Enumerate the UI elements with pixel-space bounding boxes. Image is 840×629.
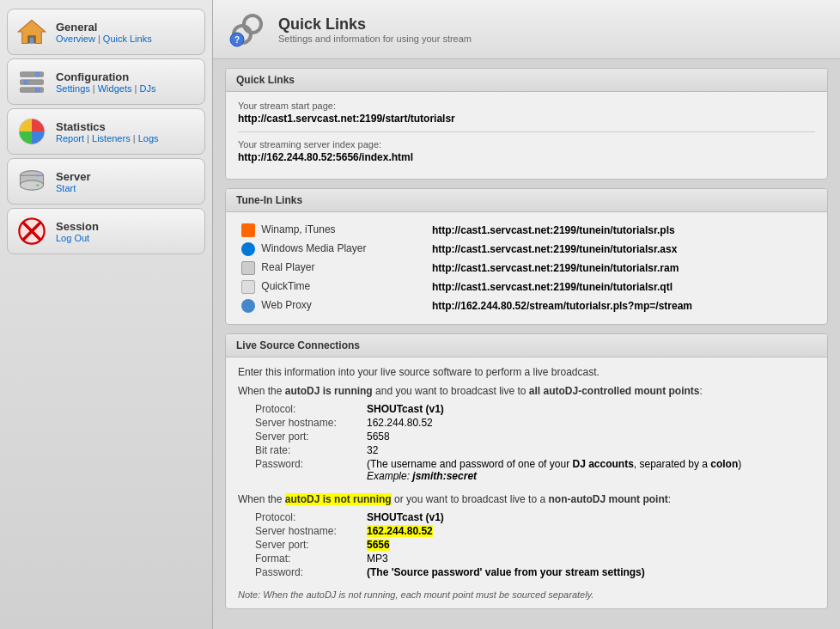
autodj-password-label: Password: [255,457,367,483]
no-autodj-format-row: Format: MP3 [255,552,650,565]
server-title: Server [56,170,90,183]
page-title: Quick Links [278,15,472,34]
svg-rect-3 [21,72,44,77]
general-links[interactable]: Overview | Quick Links [56,34,152,44]
widgets-link[interactable]: Widgets [98,83,132,94]
sidebar-item-general[interactable]: General Overview | Quick Links [7,9,205,55]
tunein-row-webproxy: Web Proxy http://162.244.80.52/stream/tu… [238,296,815,315]
no-autodj-format-value: MP3 [367,552,650,565]
tunein-panel-body: Winamp, iTunes http://cast1.servcast.net… [226,212,827,324]
no-autodj-password-row: Password: (The 'Source password' value f… [255,565,650,579]
sidebar-item-session[interactable]: Session Log Out [7,208,205,254]
tunein-url-0[interactable]: http://cast1.servcast.net:2199/tunein/tu… [429,221,815,240]
autodj-protocol-label: Protocol: [255,402,367,416]
header-text-block: Quick Links Settings and information for… [278,15,472,44]
djs-link[interactable]: DJs [139,83,155,94]
autodj-protocol-row: Protocol: SHOUTcast (v1) [255,402,746,416]
no-autodj-password-label: Password: [255,565,367,579]
sidebar-item-server[interactable]: Server Start [7,158,205,205]
tunein-player-2: Real Player [238,259,429,278]
svg-point-12 [21,180,44,190]
autodj-hostname-row: Server hostname: 162.244.80.52 [255,416,746,430]
autodj-password-value: (The username and password of one of you… [367,457,746,483]
tunein-panel-header: Tune-In Links [226,189,827,212]
logs-link[interactable]: Logs [138,133,159,144]
tunein-panel: Tune-In Links Winamp, iTunes http://cast… [225,188,828,325]
svg-rect-4 [21,80,44,85]
autodj-running-highlight: autoDJ is running [285,385,373,397]
autodj-not-running-highlight: autoDJ is not running [285,493,392,505]
quick-links-panel-body: Your stream start page: http://cast1.ser… [226,92,827,179]
stream-start-row: Your stream start page: http://cast1.ser… [238,101,815,125]
no-autodj-hostname-row: Server hostname: 162.244.80.52 [255,524,650,538]
content-area: Quick Links Your stream start page: http… [213,59,840,629]
listeners-link[interactable]: Listeners [92,133,131,144]
house-icon [16,16,47,47]
statistics-title: Statistics [56,120,159,133]
page-subtitle: Settings and information for using your … [278,34,472,44]
logout-link[interactable]: Log Out [56,233,89,243]
autodj-mount-points: all autoDJ-controlled mount points [529,385,700,397]
server-index-url[interactable]: http://162.244.80.52:5656/index.html [238,151,815,163]
general-section-text: General Overview | Quick Links [56,21,152,44]
svg-point-7 [24,80,28,84]
configuration-title: Configuration [56,70,155,83]
divider-1 [238,131,815,132]
tunein-player-0: Winamp, iTunes [238,221,429,240]
start-link[interactable]: Start [56,183,76,193]
autodj-bitrate-row: Bit rate: 32 [255,443,746,457]
server-icon [16,166,47,197]
tunein-table: Winamp, iTunes http://cast1.servcast.net… [238,221,815,315]
not-running-before: When the [238,493,285,505]
not-running-after: or you want to broadcast live to a [392,493,549,505]
statistics-links[interactable]: Report | Listeners | Logs [56,133,159,144]
statistics-section-text: Statistics Report | Listeners | Logs [56,120,159,144]
svg-text:?: ? [234,35,240,45]
session-links[interactable]: Log Out [56,233,99,243]
autodj-not-running-section: When the autoDJ is not running or you wa… [238,493,815,579]
tunein-player-1: Windows Media Player [238,240,429,259]
autodj-running-section: When the autoDJ is running and you want … [238,385,815,483]
autodj-running-intro: When the autoDJ is running and you want … [238,385,815,397]
tunein-row-winamp: Winamp, iTunes http://cast1.servcast.net… [238,221,815,240]
report-link[interactable]: Report [56,133,84,144]
sidebar-item-statistics[interactable]: Statistics Report | Listeners | Logs [7,108,205,155]
svg-point-13 [36,174,40,176]
general-overview-link[interactable]: Overview [56,34,95,44]
tunein-url-2[interactable]: http://cast1.servcast.net:2199/tunein/tu… [429,259,815,278]
sidebar: General Overview | Quick Links Configura… [0,0,213,629]
stream-start-label: Your stream start page: [238,101,815,111]
sidebar-item-configuration[interactable]: Configuration Settings | Widgets | DJs [7,58,205,105]
autodj-running-before: When the [238,385,285,397]
live-source-intro: Enter this information into your live so… [238,366,815,378]
quick-links-panel-header: Quick Links [226,69,827,92]
settings-link[interactable]: Settings [56,83,90,94]
session-icon [16,216,47,247]
configuration-icon [16,66,47,97]
tunein-row-wmp: Windows Media Player http://cast1.servca… [238,240,815,259]
autodj-hostname-value: 162.244.80.52 [367,416,746,430]
stream-start-url[interactable]: http://cast1.servcast.net:2199/start/tut… [238,113,815,125]
tunein-url-3[interactable]: http://cast1.servcast.net:2199/tunein/tu… [429,278,815,296]
tunein-url-1[interactable]: http://cast1.servcast.net:2199/tunein/tu… [429,240,815,259]
configuration-links[interactable]: Settings | Widgets | DJs [56,83,155,94]
no-autodj-port-row: Server port: 5656 [255,538,650,552]
no-autodj-protocol-value: SHOUTcast (v1) [367,510,650,524]
no-autodj-hostname-value: 162.244.80.52 [367,524,650,538]
webproxy-icon [241,299,255,313]
wmp-icon [241,242,255,256]
autodj-running-table: Protocol: SHOUTcast (v1) Server hostname… [255,402,746,483]
configuration-section-text: Configuration Settings | Widgets | DJs [56,70,155,94]
autodj-not-running-table: Protocol: SHOUTcast (v1) Server hostname… [255,510,650,579]
server-links[interactable]: Start [56,183,90,193]
tunein-url-4[interactable]: http://162.244.80.52/stream/tutorialsr.p… [429,296,815,315]
autodj-running-after: and you want to broadcast live to [373,385,529,397]
general-quicklinks-link[interactable]: Quick Links [103,34,152,44]
autodj-protocol-value: SHOUTcast (v1) [367,402,746,416]
server-index-label: Your streaming server index page: [238,139,815,150]
autodj-bitrate-value: 32 [367,443,746,457]
live-source-note: Note: When the autoDJ is not running, ea… [238,589,815,600]
live-source-panel-header: Live Source Connections [226,334,827,357]
main-content: ? Quick Links Settings and information f… [213,0,840,629]
svg-point-8 [36,88,40,92]
